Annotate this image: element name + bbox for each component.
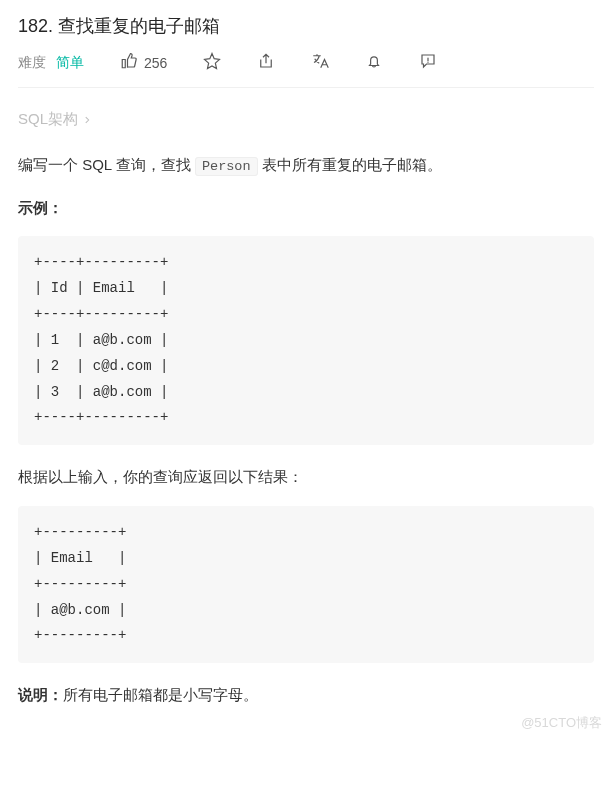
feedback-button[interactable] [419, 52, 437, 73]
sql-schema-link[interactable]: SQL架构 [18, 110, 92, 129]
star-icon [203, 52, 221, 73]
intro-paragraph: 编写一个 SQL 查询，查找 Person 表中所有重复的电子邮箱。 [18, 151, 594, 180]
comment-icon [419, 52, 437, 73]
result-text: 根据以上输入，你的查询应返回以下结果： [18, 463, 594, 492]
note-text: 所有电子邮箱都是小写字母。 [63, 686, 258, 703]
note-label: 说明： [18, 686, 63, 703]
example-table-block: +----+---------+ | Id | Email | +----+--… [18, 236, 594, 445]
favorite-button[interactable] [203, 52, 221, 73]
thumbs-up-icon [120, 52, 138, 73]
intro-text-before: 编写一个 SQL 查询，查找 [18, 156, 195, 173]
share-icon [257, 52, 275, 73]
notification-button[interactable] [365, 52, 383, 73]
chevron-right-icon [82, 111, 92, 128]
bell-icon [365, 52, 383, 73]
difficulty-label: 难度 [18, 54, 46, 70]
like-button[interactable]: 256 [120, 52, 167, 73]
watermark: @51CTO博客 [521, 714, 602, 732]
problem-content: 编写一个 SQL 查询，查找 Person 表中所有重复的电子邮箱。 示例： +… [18, 151, 594, 710]
difficulty: 难度简单 [18, 54, 84, 72]
intro-text-after: 表中所有重复的电子邮箱。 [258, 156, 442, 173]
translate-icon [311, 52, 329, 73]
result-table-block: +---------+ | Email | +---------+ | a@b.… [18, 506, 594, 663]
share-button[interactable] [257, 52, 275, 73]
difficulty-value: 简单 [56, 54, 84, 70]
sql-schema-label: SQL架构 [18, 110, 78, 129]
note-paragraph: 说明：所有电子邮箱都是小写字母。 [18, 681, 594, 710]
example-label: 示例： [18, 194, 594, 223]
translate-button[interactable] [311, 52, 329, 73]
problem-title: 182. 查找重复的电子邮箱 [18, 14, 594, 38]
meta-row: 难度简单 256 [18, 52, 594, 88]
like-count: 256 [144, 55, 167, 71]
table-name-code: Person [195, 157, 258, 176]
